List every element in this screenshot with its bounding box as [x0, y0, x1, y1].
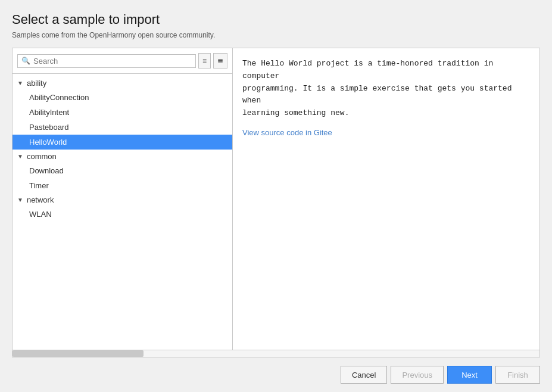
tree-group-ability[interactable]: ▼ ability [13, 76, 232, 90]
description-text: The Hello World project is a time-honore… [242, 58, 530, 120]
tree-item-wlan[interactable]: WLAN [13, 207, 232, 222]
search-input[interactable] [33, 57, 192, 66]
tree-item-hello-world[interactable]: HelloWorld [13, 135, 232, 150]
sort-button[interactable]: ≡ [198, 53, 211, 69]
previous-button[interactable]: Previous [391, 366, 444, 384]
group-ability-label: ability [27, 79, 46, 88]
tree-item-download[interactable]: Download [13, 163, 232, 178]
tree-group-network[interactable]: ▼ network [13, 193, 232, 207]
right-panel: The Hello World project is a time-honore… [233, 48, 539, 350]
search-input-wrapper[interactable]: 🔍 [17, 54, 196, 68]
tree-list: ▼ ability AbilityConnection AbilityInten… [13, 74, 232, 350]
tree-item-ability-connection[interactable]: AbilityConnection [13, 90, 232, 105]
search-icon: 🔍 [21, 57, 30, 65]
tree-item-ability-intent[interactable]: AbilityIntent [13, 105, 232, 120]
next-button[interactable]: Next [447, 366, 492, 384]
cancel-button[interactable]: Cancel [341, 366, 387, 384]
scrollbar-thumb[interactable] [13, 350, 144, 357]
filter-button[interactable]: ≣ [213, 53, 227, 69]
import-dialog: Select a sample to import Samples come f… [0, 0, 552, 392]
horizontal-scrollbar[interactable] [12, 350, 540, 357]
dialog-footer: Cancel Previous Next Finish [12, 357, 540, 392]
dialog-title: Select a sample to import [12, 12, 540, 27]
chevron-network-icon: ▼ [17, 197, 23, 203]
group-common-label: common [27, 152, 57, 161]
left-panel: 🔍 ≡ ≣ ▼ ability AbilityConnection Abilit… [13, 48, 233, 350]
tree-group-common[interactable]: ▼ common [13, 150, 232, 163]
tree-item-timer[interactable]: Timer [13, 178, 232, 193]
group-network-label: network [27, 195, 54, 204]
view-source-link[interactable]: View source code in Gitee [242, 128, 530, 137]
chevron-common-icon: ▼ [17, 153, 23, 160]
dialog-subtitle: Samples come from the OpenHarmony open s… [12, 31, 540, 39]
finish-button[interactable]: Finish [495, 366, 540, 384]
search-bar: 🔍 ≡ ≣ [13, 48, 232, 74]
content-area: 🔍 ≡ ≣ ▼ ability AbilityConnection Abilit… [12, 48, 540, 350]
chevron-ability-icon: ▼ [17, 80, 23, 86]
tree-item-pasteboard[interactable]: Pasteboard [13, 120, 232, 135]
